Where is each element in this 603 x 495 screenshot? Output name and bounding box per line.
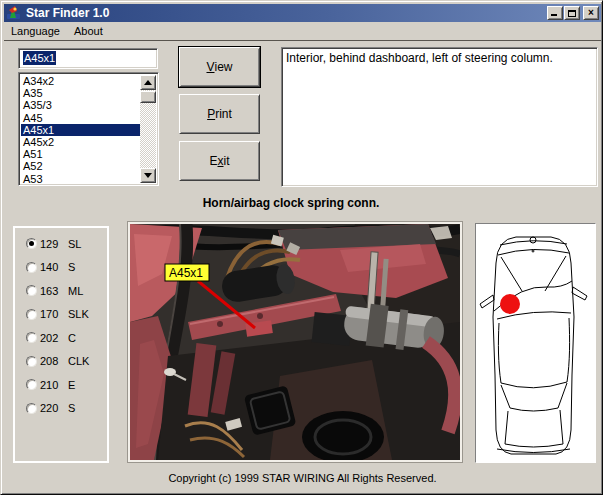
model-series: SLK (68, 308, 89, 320)
list-item[interactable]: A35/3 (21, 99, 140, 111)
list-item[interactable]: A34x2 (21, 75, 140, 87)
location-marker (500, 294, 520, 314)
scroll-up-button[interactable] (140, 75, 156, 90)
car-top-view (477, 225, 594, 461)
model-selector-frame: 129 SL 140 S 163 ML 170 SLK 202 C 208 CL… (13, 226, 109, 463)
maximize-icon (568, 10, 576, 17)
model-series: CLK (68, 355, 89, 367)
view-button[interactable]: View (179, 47, 260, 87)
maximize-button[interactable] (564, 6, 580, 20)
model-series: C (68, 332, 76, 344)
car-location-panel (475, 223, 596, 463)
model-code: 220 (40, 402, 67, 414)
connector-listbox[interactable]: A34x2 A35 A35/3 A45 A45x1 A45x2 A51 A52 … (18, 72, 159, 186)
model-code: 208 (40, 355, 67, 367)
model-option-163[interactable]: 163 ML (15, 279, 107, 303)
arrow-up-icon (144, 80, 152, 85)
radio-icon[interactable] (26, 285, 37, 296)
model-option-220[interactable]: 220 S (15, 397, 107, 421)
copyright-label: Copyright (c) 1999 STAR WIRING All Right… (1, 472, 603, 484)
minimize-icon (551, 14, 557, 16)
menu-about[interactable]: About (67, 23, 110, 40)
model-option-210[interactable]: 210 E (15, 373, 107, 397)
connector-search-value: A45x1 (23, 51, 56, 65)
scroll-thumb[interactable] (140, 91, 156, 103)
exit-label-rest: it (224, 154, 230, 168)
close-icon: × (588, 8, 594, 18)
model-series: ML (68, 285, 83, 297)
list-item[interactable]: A51 (21, 148, 140, 160)
radio-icon[interactable] (26, 309, 37, 320)
list-scrollbar[interactable] (140, 75, 156, 183)
photo-illustration: A45x1 (130, 224, 460, 460)
list-item[interactable]: A45 (21, 112, 140, 124)
print-label-key: P (207, 107, 215, 121)
connector-name-label: Horn/airbag clock spring conn. (1, 196, 581, 210)
close-button[interactable]: × (583, 6, 599, 20)
menubar: Language About (4, 22, 601, 41)
window-controls: × (547, 6, 599, 20)
minimize-button[interactable] (547, 6, 563, 20)
arrow-down-icon (144, 173, 152, 178)
model-option-170[interactable]: 170 SLK (15, 303, 107, 327)
print-label-rest: rint (215, 107, 232, 121)
model-series: E (68, 379, 75, 391)
radio-icon[interactable] (26, 262, 37, 273)
model-option-202[interactable]: 202 C (15, 326, 107, 350)
model-code: 163 (40, 285, 67, 297)
app-icon (6, 5, 22, 21)
connector-search-input[interactable]: A45x1 (18, 48, 158, 69)
model-code: 129 (40, 238, 67, 250)
model-option-129[interactable]: 129 SL (15, 232, 107, 256)
location-description-box[interactable]: Interior, behind dashboard, left of stee… (281, 47, 598, 187)
radio-icon[interactable] (26, 379, 37, 390)
radio-icon[interactable] (26, 403, 37, 414)
callout-label-text: A45x1 (169, 266, 203, 280)
radio-icon[interactable] (26, 238, 37, 249)
location-photo: A45x1 (128, 222, 462, 462)
exit-label-pre: E (209, 154, 217, 168)
model-option-208[interactable]: 208 CLK (15, 350, 107, 374)
model-code: 210 (40, 379, 67, 391)
model-series: S (68, 402, 75, 414)
list-item-selected[interactable]: A45x1 (21, 124, 140, 136)
model-code: 202 (40, 332, 67, 344)
exit-button[interactable]: Exit (179, 141, 260, 181)
scroll-down-button[interactable] (140, 168, 156, 183)
model-code: 170 (40, 308, 67, 320)
model-series: SL (68, 238, 81, 250)
car-outline (480, 237, 587, 454)
list-item[interactable]: A45x2 (21, 136, 140, 148)
window-title: Star Finder 1.0 (26, 6, 109, 20)
radio-icon[interactable] (26, 356, 37, 367)
model-series: S (68, 261, 75, 273)
model-option-140[interactable]: 140 S (15, 256, 107, 280)
model-code: 140 (40, 261, 67, 273)
menu-language[interactable]: Language (4, 23, 67, 40)
view-label-key: V (206, 60, 214, 74)
list-item[interactable]: A35 (21, 87, 140, 99)
titlebar[interactable]: Star Finder 1.0 × (4, 4, 601, 22)
print-button[interactable]: Print (179, 94, 260, 134)
radio-icon[interactable] (26, 332, 37, 343)
list-item[interactable]: A53 (21, 173, 140, 185)
view-label-rest: iew (215, 60, 233, 74)
list-item[interactable]: A52 (21, 160, 140, 172)
app-window: Star Finder 1.0 × Language About A45x1 A… (0, 0, 603, 495)
